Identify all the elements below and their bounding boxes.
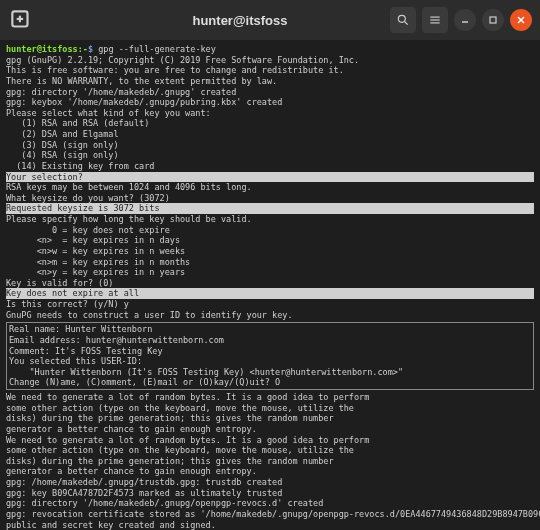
output-line: RSA keys may be between 1024 and 4096 bi…: [6, 182, 534, 193]
output-line: Key is valid for? (0): [6, 278, 534, 289]
output-line: disks) during the prime generation; this…: [6, 456, 534, 467]
output-line: (4) RSA (sign only): [6, 150, 534, 161]
output-line: What keysize do you want? (3072): [6, 193, 534, 204]
output-line: We need to generate a lot of random byte…: [6, 435, 534, 446]
output-line: gpg: /home/makedeb/.gnupg/trustdb.gpg: t…: [6, 477, 534, 488]
output-line: This is free software: you are free to c…: [6, 65, 534, 76]
output-line: Please specify how long the key should b…: [6, 214, 534, 225]
output-line: <n> = key expires in n days: [6, 235, 534, 246]
box-line: You selected this USER-ID:: [9, 356, 531, 367]
output-line: (2) DSA and Elgamal: [6, 129, 534, 140]
hamburger-menu-button[interactable]: [422, 7, 448, 33]
window-title: hunter@itsfoss: [108, 13, 372, 28]
svg-rect-9: [490, 17, 496, 23]
output-line: disks) during the prime generation; this…: [6, 413, 534, 424]
output-line: (3) DSA (sign only): [6, 140, 534, 151]
minimize-button[interactable]: [454, 9, 476, 31]
output-line: <n>m = key expires in n months: [6, 257, 534, 268]
output-line: (1) RSA and RSA (default): [6, 118, 534, 129]
output-line: gpg: revocation certificate stored as '/…: [6, 509, 534, 520]
maximize-button[interactable]: [482, 9, 504, 31]
output-line-highlight: Requested keysize is 3072 bits: [6, 203, 534, 214]
box-line: Email address: hunter@hunterwittenborn.c…: [9, 335, 531, 346]
svg-line-4: [405, 22, 408, 25]
box-line: "Hunter Wittenborn (It's FOSS Testing Ke…: [9, 367, 531, 378]
output-line: GnuPG needs to construct a user ID to id…: [6, 310, 534, 321]
titlebar: hunter@itsfoss: [0, 0, 540, 40]
output-line: gpg: directory '/home/makedeb/.gnupg' cr…: [6, 87, 534, 98]
output-line: We need to generate a lot of random byte…: [6, 392, 534, 403]
output-line: some other action (type on the keyboard,…: [6, 403, 534, 414]
output-line: gpg: keybox '/home/makedeb/.gnupg/pubrin…: [6, 97, 534, 108]
svg-point-3: [398, 15, 405, 22]
output-line: <n>y = key expires in n years: [6, 267, 534, 278]
box-line: Comment: It's FOSS Testing Key: [9, 346, 531, 357]
output-line: generator a better chance to gain enough…: [6, 424, 534, 435]
output-line-highlight: Your selection?: [6, 172, 534, 183]
new-tab-button[interactable]: [8, 7, 34, 33]
output-line: gpg: key B09CA4787D2F4573 marked as ulti…: [6, 488, 534, 499]
output-line: (14) Existing key from card: [6, 161, 534, 172]
output-line: 0 = key does not expire: [6, 225, 534, 236]
output-line: gpg (GnuPG) 2.2.19; Copyright (C) 2019 F…: [6, 55, 534, 66]
output-line-highlight: Key does not expire at all: [6, 288, 534, 299]
close-button[interactable]: [510, 9, 532, 31]
search-button[interactable]: [390, 7, 416, 33]
output-line: There is NO WARRANTY, to the extent perm…: [6, 76, 534, 87]
command: gpg --full-generate-key: [98, 44, 216, 54]
output-line: <n>w = key expires in n weeks: [6, 246, 534, 257]
output-line: public and secret key created and signed…: [6, 520, 534, 531]
user-id-box: Real name: Hunter Wittenborn Email addre…: [6, 322, 534, 390]
box-line: Change (N)ame, (C)omment, (E)mail or (O)…: [9, 377, 531, 388]
terminal-viewport[interactable]: hunter@itsfoss:-$ gpg --full-generate-ke…: [0, 40, 540, 530]
output-line: Please select what kind of key you want:: [6, 108, 534, 119]
prompt-userhost: hunter@itsfoss: [6, 44, 78, 54]
output-line: some other action (type on the keyboard,…: [6, 445, 534, 456]
output-line: generator a better chance to gain enough…: [6, 466, 534, 477]
output-line: gpg: directory '/home/makedeb/.gnupg/ope…: [6, 498, 534, 509]
output-line: Is this correct? (y/N) y: [6, 299, 534, 310]
box-line: Real name: Hunter Wittenborn: [9, 324, 531, 335]
